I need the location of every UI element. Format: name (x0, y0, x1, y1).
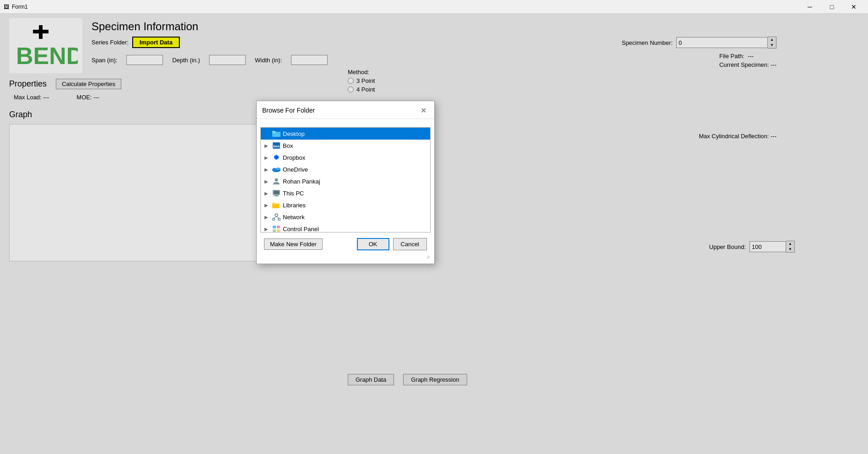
dialog-body: Desktop ▶ box Box ▶ (257, 119, 434, 264)
rohan-expand[interactable]: ▶ (263, 178, 270, 185)
dialog-ok-button[interactable]: OK (357, 238, 389, 250)
onedrive-label: OneDrive (283, 166, 308, 173)
tree-item-network[interactable]: ▶ Network (261, 211, 430, 223)
tree-item-rohan[interactable]: ▶ Rohan Pankaj (261, 175, 430, 187)
box-expand[interactable]: ▶ (263, 142, 270, 149)
dialog-footer: Make New Folder OK Cancel (260, 236, 431, 254)
network-icon (272, 212, 281, 222)
svg-rect-26 (273, 229, 276, 232)
folder-tree-view[interactable]: Desktop ▶ box Box ▶ (260, 127, 431, 232)
svg-rect-14 (275, 195, 278, 196)
svg-rect-18 (272, 203, 275, 205)
svg-point-10 (276, 168, 280, 170)
dialog-cancel-button[interactable]: Cancel (393, 238, 427, 250)
thispc-icon (272, 189, 281, 198)
tree-item-controlpanel[interactable]: ▶ Control Panel (261, 223, 430, 232)
dropbox-label: Dropbox (283, 154, 305, 161)
rohan-label: Rohan Pankaj (283, 178, 320, 185)
main-content: BEND Specimen Information Series Folder:… (0, 14, 868, 454)
svg-point-11 (275, 178, 278, 182)
close-button[interactable]: ✕ (843, 0, 864, 14)
controlpanel-icon (272, 224, 281, 232)
title-bar-controls: ─ □ ✕ (799, 0, 864, 14)
onedrive-icon (272, 165, 281, 174)
tree-item-dropbox[interactable]: ▶ Dropbox (261, 151, 430, 163)
title-bar-title: Form1 (12, 4, 28, 10)
desktop-folder-icon (272, 129, 281, 138)
svg-line-23 (276, 216, 279, 218)
dialog-title: Browse For Folder (262, 107, 315, 114)
svg-rect-13 (274, 191, 279, 194)
desktop-expand[interactable] (263, 130, 270, 137)
thispc-expand[interactable]: ▶ (263, 189, 270, 197)
svg-point-21 (278, 218, 280, 221)
dialog-resize-area: ⊿ (260, 254, 431, 260)
browse-for-folder-dialog: Browse For Folder ✕ (256, 101, 435, 264)
svg-rect-15 (274, 196, 279, 196)
tree-item-onedrive[interactable]: ▶ OneDrive (261, 163, 430, 175)
title-bar: 🖼 Form1 ─ □ ✕ (0, 0, 868, 14)
tree-item-box[interactable]: ▶ box Box (261, 140, 430, 151)
network-label: Network (283, 214, 305, 221)
svg-point-20 (273, 218, 275, 221)
svg-rect-27 (277, 229, 280, 232)
dropbox-icon (272, 153, 281, 162)
thispc-label: This PC (283, 190, 304, 197)
libraries-expand[interactable]: ▶ (263, 201, 270, 209)
title-bar-left: 🖼 Form1 (4, 4, 28, 10)
network-expand[interactable]: ▶ (263, 213, 270, 221)
tree-item-desktop[interactable]: Desktop (261, 128, 430, 140)
libraries-icon (272, 200, 281, 210)
onedrive-expand[interactable]: ▶ (263, 166, 270, 173)
tree-item-libraries[interactable]: ▶ Libraries (261, 199, 430, 211)
controlpanel-label: Control Panel (283, 226, 319, 232)
maximize-button[interactable]: □ (821, 0, 842, 14)
svg-rect-25 (277, 226, 280, 228)
box-icon: box (272, 141, 281, 150)
resize-handle[interactable]: ⊿ (426, 254, 430, 259)
dialog-title-bar: Browse For Folder ✕ (257, 101, 434, 119)
user-icon (272, 177, 281, 186)
svg-point-19 (275, 214, 278, 216)
desktop-label: Desktop (283, 130, 305, 137)
controlpanel-expand[interactable]: ▶ (263, 225, 270, 232)
tree-item-thispc[interactable]: ▶ This PC (261, 187, 430, 199)
box-label: Box (283, 142, 293, 149)
dropbox-expand[interactable]: ▶ (263, 154, 270, 161)
dialog-close-button[interactable]: ✕ (418, 105, 429, 116)
minimize-button[interactable]: ─ (799, 0, 820, 14)
libraries-label: Libraries (283, 202, 306, 209)
svg-line-22 (274, 216, 276, 218)
svg-rect-5 (272, 131, 275, 133)
ok-cancel-buttons: OK Cancel (357, 238, 427, 250)
svg-rect-24 (273, 226, 276, 228)
make-new-folder-button[interactable]: Make New Folder (264, 238, 323, 250)
svg-text:box: box (273, 144, 280, 148)
